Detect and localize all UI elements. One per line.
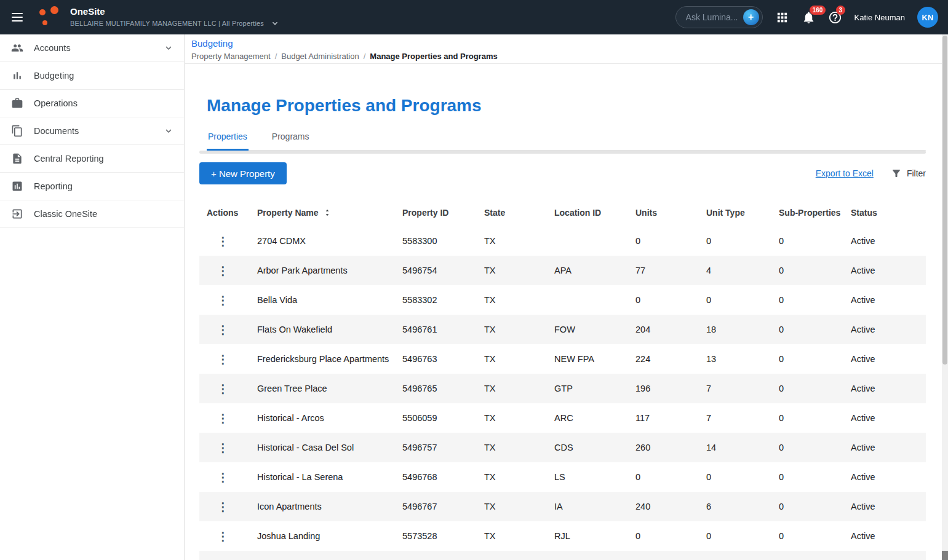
user-avatar[interactable]: KN bbox=[917, 7, 938, 28]
table-row: ⋮Historical - Arcos5506059TXARC11770Acti… bbox=[199, 403, 926, 433]
cell-sub-properties: 0 bbox=[779, 266, 851, 275]
sidebar-item-reporting[interactable]: Reporting bbox=[0, 173, 184, 200]
cell-sub-properties: 0 bbox=[779, 472, 851, 482]
cell-sub-properties: 0 bbox=[779, 295, 851, 305]
table-toolbar: + New Property Export to Excel Filter bbox=[199, 162, 926, 184]
column-header-state: State bbox=[484, 208, 554, 218]
sidebar-item-classic-onesite[interactable]: Classic OneSite bbox=[0, 200, 184, 228]
sidebar-item-label: Budgeting bbox=[34, 71, 174, 81]
table-row: ⋮Arbor Park Apartments5496754TXAPA7740Ac… bbox=[199, 256, 926, 285]
sidebar-item-documents[interactable]: Documents bbox=[0, 117, 184, 145]
cell-sub-properties: 0 bbox=[779, 236, 851, 246]
cell-unit-type: 0 bbox=[706, 295, 779, 305]
chevron-down-icon[interactable] bbox=[270, 18, 280, 28]
row-actions-menu-icon[interactable]: ⋮ bbox=[207, 530, 229, 543]
row-actions-menu-icon[interactable]: ⋮ bbox=[207, 441, 229, 454]
cell-status: Active bbox=[851, 502, 926, 511]
row-actions-menu-icon[interactable]: ⋮ bbox=[207, 323, 229, 336]
cell-units: 224 bbox=[635, 354, 706, 364]
row-actions-menu-icon[interactable]: ⋮ bbox=[207, 471, 229, 484]
table-row: ⋮Mariposa Landing5581104TXML20400Active bbox=[199, 551, 926, 560]
sidebar-item-budgeting[interactable]: Budgeting bbox=[0, 62, 184, 90]
help-icon[interactable]: 3 bbox=[828, 10, 842, 25]
breadcrumb-section-link[interactable]: Budgeting bbox=[191, 38, 233, 49]
cell-units: 117 bbox=[635, 413, 706, 423]
search-placeholder: Ask Lumina... bbox=[686, 12, 738, 22]
cell-unit-type: 14 bbox=[706, 443, 779, 452]
cell-property-id: 5506059 bbox=[402, 413, 484, 423]
cell-property-name: Bella Vida bbox=[257, 295, 402, 305]
sidebar-item-accounts[interactable]: Accounts bbox=[0, 34, 184, 62]
column-header-label: Actions bbox=[207, 208, 238, 218]
cell-property-id: 5583300 bbox=[402, 236, 484, 246]
row-actions-menu-icon[interactable]: ⋮ bbox=[207, 500, 229, 513]
filter-button[interactable]: Filter bbox=[891, 168, 926, 179]
column-header-label: Property Name bbox=[257, 208, 319, 218]
org-property-selector-label: BELLAIRE MULTIFAMILY MANAGEMENT LLC | Al… bbox=[70, 20, 264, 27]
cell-property-name: Icon Apartments bbox=[257, 502, 402, 511]
cell-property-name: Historical - Casa Del Sol bbox=[257, 443, 402, 452]
sidebar-item-central-reporting[interactable]: Central Reporting bbox=[0, 145, 184, 173]
top-app-bar: OneSite BELLAIRE MULTIFAMILY MANAGEMENT … bbox=[0, 0, 948, 34]
breadcrumb-link-property-management[interactable]: Property Management bbox=[191, 52, 271, 61]
ask-lumina-search-input[interactable]: Ask Lumina... + bbox=[675, 6, 763, 28]
cell-status: Active bbox=[851, 295, 926, 305]
cell-location-id: GTP bbox=[554, 384, 635, 393]
apps-grid-icon[interactable] bbox=[775, 10, 789, 25]
cell-location-id: FOW bbox=[554, 325, 635, 334]
help-count-badge: 3 bbox=[836, 6, 846, 15]
cell-state: TX bbox=[484, 325, 554, 334]
cell-status: Active bbox=[851, 354, 926, 364]
sidebar-item-label: Classic OneSite bbox=[34, 209, 174, 219]
app-title-block: OneSite BELLAIRE MULTIFAMILY MANAGEMENT … bbox=[70, 6, 280, 28]
vertical-scrollbar[interactable] bbox=[942, 34, 948, 560]
cell-sub-properties: 0 bbox=[779, 531, 851, 541]
cell-state: TX bbox=[484, 443, 554, 452]
cell-location-id: CDS bbox=[554, 443, 635, 452]
table-body: ⋮2704 CDMX5583300TX000Active⋮Arbor Park … bbox=[199, 226, 926, 560]
table-row: ⋮Historical - Casa Del Sol5496757TXCDS26… bbox=[199, 433, 926, 462]
hamburger-menu-icon[interactable] bbox=[0, 0, 34, 34]
sidebar-item-operations[interactable]: Operations bbox=[0, 90, 184, 117]
cell-status: Active bbox=[851, 384, 926, 393]
cell-units: 240 bbox=[635, 502, 706, 511]
sidebar-item-label: Accounts bbox=[34, 43, 163, 53]
export-to-excel-link[interactable]: Export to Excel bbox=[816, 168, 874, 178]
tab-properties[interactable]: Properties bbox=[207, 132, 249, 151]
lumina-ai-icon[interactable]: + bbox=[743, 9, 759, 25]
chevron-down-icon bbox=[163, 42, 174, 53]
scrollbar-thumb[interactable] bbox=[942, 36, 947, 365]
cell-location-id: NEW FPA bbox=[554, 354, 635, 364]
cell-property-id: 5583302 bbox=[402, 295, 484, 305]
breadcrumb: Property Management/Budget Administratio… bbox=[191, 52, 942, 61]
row-actions-menu-icon[interactable]: ⋮ bbox=[207, 412, 229, 425]
sort-icon[interactable] bbox=[322, 208, 332, 218]
cell-location-id: RJL bbox=[554, 531, 635, 541]
row-actions-menu-icon[interactable]: ⋮ bbox=[207, 294, 229, 307]
table-row: ⋮Fredericksburg Place Apartments5496763T… bbox=[199, 344, 926, 374]
notifications-bell-icon[interactable]: 160 bbox=[802, 10, 816, 25]
cell-state: TX bbox=[484, 531, 554, 541]
row-actions-menu-icon[interactable]: ⋮ bbox=[207, 235, 229, 248]
cell-property-name: Fredericksburg Place Apartments bbox=[257, 354, 402, 364]
cell-location-id: LS bbox=[554, 472, 635, 482]
row-actions-menu-icon[interactable]: ⋮ bbox=[207, 264, 229, 277]
cell-state: TX bbox=[484, 472, 554, 482]
new-property-button[interactable]: + New Property bbox=[199, 162, 287, 184]
column-header-property-name[interactable]: Property Name bbox=[257, 208, 402, 218]
cell-state: TX bbox=[484, 413, 554, 423]
cell-property-name: Arbor Park Apartments bbox=[257, 266, 402, 275]
cell-state: TX bbox=[484, 236, 554, 246]
breadcrumb-link-budget-administration[interactable]: Budget Administration bbox=[281, 52, 359, 61]
table-row: ⋮Green Tree Place5496765TXGTP19670Active bbox=[199, 374, 926, 403]
notification-count-badge: 160 bbox=[810, 6, 826, 15]
tab-programs[interactable]: Programs bbox=[271, 132, 311, 151]
table-row: ⋮Bella Vida5583302TX000Active bbox=[199, 285, 926, 315]
user-name: Katie Neuman bbox=[854, 13, 905, 22]
cell-units: 77 bbox=[635, 266, 706, 275]
row-actions-menu-icon[interactable]: ⋮ bbox=[207, 382, 229, 395]
column-header-label: Property ID bbox=[402, 208, 448, 218]
row-actions-menu-icon[interactable]: ⋮ bbox=[207, 353, 229, 366]
cell-state: TX bbox=[484, 354, 554, 364]
cell-units: 0 bbox=[635, 472, 706, 482]
